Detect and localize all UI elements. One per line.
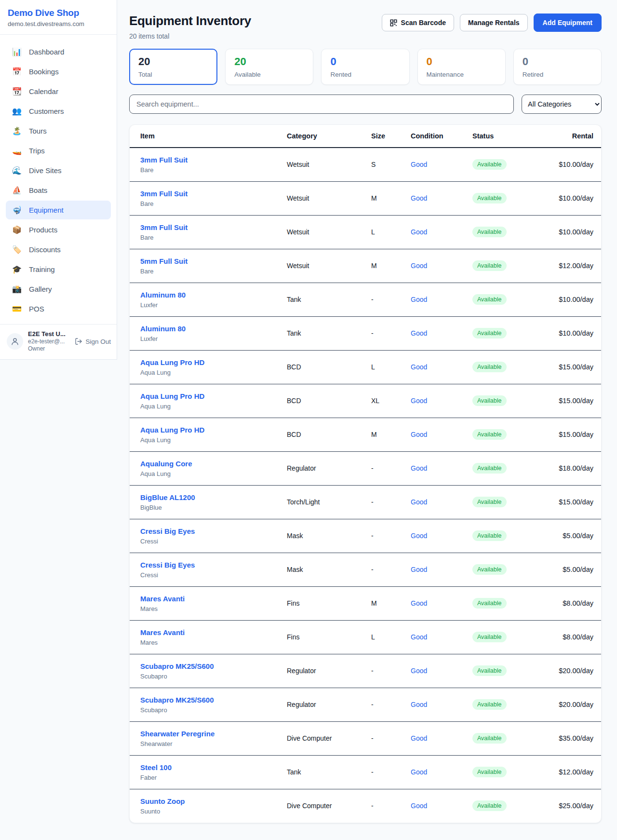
cell-size: - <box>367 316 407 350</box>
item-name-link[interactable]: 3mm Full Suit <box>140 156 279 164</box>
item-name-link[interactable]: Suunto Zoop <box>140 797 279 805</box>
item-brand: Aqua Lung <box>140 436 279 444</box>
cell-item: Aqua Lung Pro HDAqua Lung <box>130 350 283 384</box>
item-name-link[interactable]: Cressi Big Eyes <box>140 527 279 535</box>
cell-status: Available <box>469 283 532 316</box>
item-name-link[interactable]: Aluminum 80 <box>140 291 279 299</box>
cell-size: - <box>367 519 407 553</box>
item-name-link[interactable]: Shearwater Peregrine <box>140 730 279 738</box>
cell-category: Wetsuit <box>283 181 367 215</box>
manage-rentals-button[interactable]: Manage Rentals <box>460 14 528 31</box>
condition-link[interactable]: Good <box>411 161 427 168</box>
item-brand: Mares <box>140 605 279 612</box>
stat-card-total[interactable]: 20Total <box>129 49 217 85</box>
condition-link[interactable]: Good <box>411 667 427 675</box>
status-badge: Available <box>472 530 507 541</box>
cell-category: BCD <box>283 384 367 418</box>
table-row: Steel 100FaberTank-GoodAvailable$12.00/d… <box>130 755 601 789</box>
sidebar-item-trips[interactable]: 🚤Trips <box>6 141 111 160</box>
item-name-link[interactable]: 3mm Full Suit <box>140 190 279 198</box>
stat-card-retired[interactable]: 0Retired <box>513 49 602 85</box>
condition-link[interactable]: Good <box>411 363 427 371</box>
cell-item: Cressi Big EyesCressi <box>130 553 283 586</box>
cell-item: Aqua Lung Pro HDAqua Lung <box>130 418 283 451</box>
item-name-link[interactable]: Mares Avanti <box>140 628 279 637</box>
condition-link[interactable]: Good <box>411 228 427 236</box>
app-root: Demo Dive Shop demo.test.divestreams.com… <box>0 0 617 837</box>
condition-link[interactable]: Good <box>411 498 427 506</box>
condition-link[interactable]: Good <box>411 397 427 405</box>
cell-category: Dive Computer <box>283 789 367 823</box>
sidebar-item-training[interactable]: 🎓Training <box>6 260 111 279</box>
condition-link[interactable]: Good <box>411 599 427 607</box>
item-name-link[interactable]: Mares Avanti <box>140 595 279 603</box>
condition-link[interactable]: Good <box>411 262 427 270</box>
item-name-link[interactable]: 5mm Full Suit <box>140 257 279 265</box>
equipment-table: ItemCategorySizeConditionStatusRental 3m… <box>130 125 601 823</box>
item-brand: Bare <box>140 200 279 207</box>
item-brand: Scubapro <box>140 706 279 714</box>
sign-out-button[interactable]: Sign Out <box>75 338 111 345</box>
category-select[interactable]: All Categories <box>522 95 602 114</box>
sidebar-item-dashboard[interactable]: 📊Dashboard <box>6 42 111 61</box>
sidebar-item-bookings[interactable]: 📅Bookings <box>6 62 111 81</box>
cell-size: M <box>367 249 407 283</box>
item-name-link[interactable]: Aqua Lung Pro HD <box>140 358 279 366</box>
condition-link[interactable]: Good <box>411 532 427 540</box>
shop-name[interactable]: Demo Dive Shop <box>8 8 109 18</box>
cell-condition: Good <box>407 148 469 181</box>
item-name-link[interactable]: Aqua Lung Pro HD <box>140 392 279 400</box>
condition-link[interactable]: Good <box>411 431 427 438</box>
stat-label: Retired <box>523 71 592 78</box>
condition-link[interactable]: Good <box>411 802 427 810</box>
sidebar-item-customers[interactable]: 👥Customers <box>6 102 111 121</box>
condition-link[interactable]: Good <box>411 768 427 776</box>
cell-size: L <box>367 620 407 654</box>
table-row: Shearwater PeregrineShearwaterDive Compu… <box>130 721 601 755</box>
sidebar-item-gallery[interactable]: 📸Gallery <box>6 280 111 298</box>
condition-link[interactable]: Good <box>411 566 427 573</box>
condition-link[interactable]: Good <box>411 329 427 337</box>
condition-link[interactable]: Good <box>411 464 427 472</box>
cell-category: BCD <box>283 418 367 451</box>
item-name-link[interactable]: Steel 100 <box>140 763 279 772</box>
scan-barcode-button[interactable]: Scan Barcode <box>382 14 454 31</box>
sidebar-item-pos[interactable]: 💳POS <box>6 299 111 318</box>
sidebar-item-boats[interactable]: ⛵Boats <box>6 181 111 200</box>
item-name-link[interactable]: Scubapro MK25/S600 <box>140 662 279 670</box>
sidebar-item-calendar[interactable]: 📆Calendar <box>6 82 111 101</box>
item-name-link[interactable]: Aluminum 80 <box>140 325 279 333</box>
products-icon: 📦 <box>12 225 22 234</box>
sidebar-item-discounts[interactable]: 🏷️Discounts <box>6 240 111 259</box>
cell-status: Available <box>469 755 532 789</box>
item-name-link[interactable]: BigBlue AL1200 <box>140 493 279 501</box>
sidebar-item-label: Dashboard <box>29 48 64 56</box>
stat-card-available[interactable]: 20Available <box>225 49 313 85</box>
add-equipment-button[interactable]: Add Equipment <box>534 14 602 32</box>
condition-link[interactable]: Good <box>411 701 427 708</box>
item-name-link[interactable]: Scubapro MK25/S600 <box>140 696 279 704</box>
item-brand: Aqua Lung <box>140 403 279 410</box>
cell-category: Regulator <box>283 688 367 721</box>
condition-link[interactable]: Good <box>411 194 427 202</box>
stat-label: Total <box>138 71 208 78</box>
status-badge: Available <box>472 800 507 811</box>
cell-condition: Good <box>407 215 469 249</box>
item-name-link[interactable]: Cressi Big Eyes <box>140 561 279 569</box>
stat-card-rented[interactable]: 0Rented <box>321 49 409 85</box>
item-name-link[interactable]: Aqua Lung Pro HD <box>140 426 279 434</box>
condition-link[interactable]: Good <box>411 734 427 742</box>
cell-category: Tank <box>283 316 367 350</box>
sidebar-item-products[interactable]: 📦Products <box>6 220 111 239</box>
table-row: Scubapro MK25/S600ScubaproRegulator-Good… <box>130 654 601 688</box>
cell-status: Available <box>469 654 532 688</box>
stat-card-maintenance[interactable]: 0Maintenance <box>417 49 506 85</box>
condition-link[interactable]: Good <box>411 296 427 303</box>
search-input[interactable] <box>129 95 514 114</box>
sidebar-item-dive-sites[interactable]: 🌊Dive Sites <box>6 161 111 180</box>
item-name-link[interactable]: Aqualung Core <box>140 460 279 468</box>
sidebar-item-equipment[interactable]: 🤿Equipment <box>6 201 111 219</box>
item-name-link[interactable]: 3mm Full Suit <box>140 223 279 231</box>
condition-link[interactable]: Good <box>411 633 427 641</box>
sidebar-item-tours[interactable]: 🏝️Tours <box>6 122 111 140</box>
